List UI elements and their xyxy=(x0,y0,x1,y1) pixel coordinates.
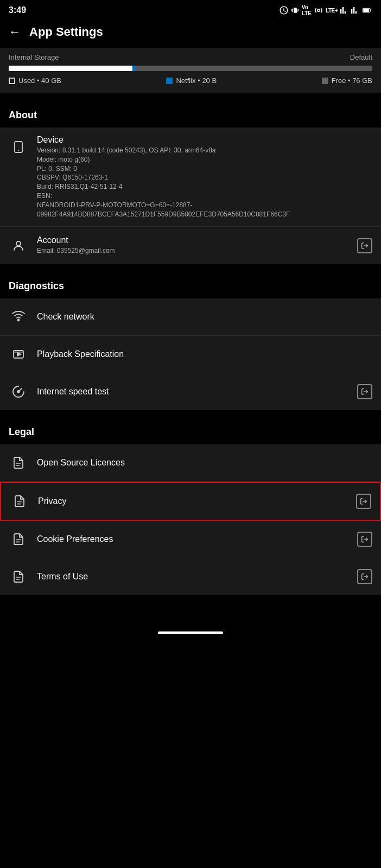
about-section-header: About xyxy=(0,99,381,127)
account-external-link-icon xyxy=(357,238,372,253)
privacy-icon xyxy=(10,492,29,511)
legal-title: Legal xyxy=(9,426,34,437)
playback-spec-content: Playback Specification xyxy=(37,349,372,359)
terms-of-use-title: Terms of Use xyxy=(37,572,348,582)
device-title: Device xyxy=(37,135,372,145)
internet-speed-content: Internet speed test xyxy=(37,387,348,397)
cookie-preferences-content: Cookie Preferences xyxy=(37,534,348,544)
divider-3 xyxy=(0,410,381,416)
storage-used-text: Used • 40 GB xyxy=(18,76,61,85)
back-button[interactable]: ← xyxy=(9,25,21,39)
device-icon xyxy=(9,137,28,157)
svg-point-5 xyxy=(16,241,21,246)
open-source-content: Open Source Licences xyxy=(37,458,372,468)
speed-external-link-icon xyxy=(357,384,372,399)
hotspot-icon xyxy=(314,5,323,15)
svg-marker-9 xyxy=(17,353,21,356)
storage-label: Internal Storage xyxy=(9,53,59,61)
storage-legend: Used • 40 GB Netflix • 20 B Free • 76 GB xyxy=(9,76,372,85)
account-icon xyxy=(9,236,28,256)
about-title: About xyxy=(9,110,37,120)
bottom-indicator xyxy=(0,617,381,639)
phone-icon xyxy=(12,141,25,154)
privacy-content: Privacy xyxy=(38,496,347,506)
cookie-preferences-title: Cookie Preferences xyxy=(37,534,348,544)
divider-1 xyxy=(0,93,381,99)
alarm-icon xyxy=(279,5,289,15)
storage-used-bar xyxy=(9,66,132,71)
signal-bar2-icon xyxy=(351,5,359,15)
bottom-padding xyxy=(0,595,381,617)
terms-of-use-content: Terms of Use xyxy=(37,572,348,582)
storage-netflix-bar xyxy=(132,66,136,71)
playback-spec-title: Playback Specification xyxy=(37,349,372,359)
privacy-title: Privacy xyxy=(38,496,347,506)
page-title: App Settings xyxy=(29,25,103,39)
svg-point-11 xyxy=(17,391,20,393)
device-content: Device Version: 8.31.1 build 14 (code 50… xyxy=(37,135,372,219)
signal-vo-icon: VoLTE xyxy=(302,4,312,16)
cookie-external-link-icon xyxy=(357,532,372,547)
lte-icon: LTE+ xyxy=(326,8,338,14)
storage-used-legend: Used • 40 GB xyxy=(9,76,61,85)
storage-netflix-legend: Netflix • 20 B xyxy=(166,76,217,85)
storage-default: Default xyxy=(350,53,372,61)
svg-point-0 xyxy=(318,9,320,12)
diagnostics-title: Diagnostics xyxy=(9,280,64,291)
speed-icon xyxy=(9,382,28,401)
check-network-content: Check network xyxy=(37,312,372,322)
battery-icon xyxy=(361,5,372,15)
check-network-item[interactable]: Check network xyxy=(0,298,381,336)
device-item[interactable]: Device Version: 8.31.1 build 14 (code 50… xyxy=(0,127,381,227)
person-icon xyxy=(12,239,25,252)
privacy-external-link-icon xyxy=(356,494,371,509)
netflix-dot xyxy=(166,78,173,84)
check-network-title: Check network xyxy=(37,312,372,322)
svg-rect-2 xyxy=(363,9,369,12)
open-source-item[interactable]: Open Source Licences xyxy=(0,444,381,482)
home-indicator xyxy=(158,631,223,634)
divider-2 xyxy=(0,264,381,270)
storage-header: Internal Storage Default xyxy=(9,53,372,61)
vibrate-icon xyxy=(291,5,300,15)
open-source-title: Open Source Licences xyxy=(37,458,372,468)
internet-speed-title: Internet speed test xyxy=(37,387,348,397)
legal-section-header: Legal xyxy=(0,416,381,444)
account-item[interactable]: Account Email: 039525@gmail.com xyxy=(0,227,381,264)
about-list: Device Version: 8.31.1 build 14 (code 50… xyxy=(0,127,381,264)
playback-icon xyxy=(9,344,28,364)
signal-bar1-icon xyxy=(340,5,348,15)
device-subtitle: Version: 8.31.1 build 14 (code 50243), O… xyxy=(37,146,372,219)
account-subtitle: Email: 039525@gmail.com xyxy=(37,246,348,256)
open-source-icon xyxy=(9,453,28,473)
account-title: Account xyxy=(37,235,348,245)
status-icons: VoLTE LTE+ xyxy=(279,4,372,16)
svg-point-7 xyxy=(18,320,20,321)
storage-free-legend: Free • 76 GB xyxy=(322,76,372,85)
app-header: ← App Settings xyxy=(0,18,381,48)
status-bar: 3:49 VoLTE LTE+ xyxy=(0,0,381,18)
diagnostics-section-header: Diagnostics xyxy=(0,270,381,298)
storage-bar xyxy=(9,66,372,71)
cookie-icon xyxy=(9,529,28,549)
network-icon xyxy=(9,307,28,327)
terms-icon xyxy=(9,567,28,586)
account-content: Account Email: 039525@gmail.com xyxy=(37,235,348,256)
storage-section: Internal Storage Default Used • 40 GB Ne… xyxy=(0,48,381,93)
privacy-item[interactable]: Privacy xyxy=(0,482,381,521)
free-dot xyxy=(322,78,328,84)
status-time: 3:49 xyxy=(9,5,26,15)
legal-list: Open Source Licences Privacy xyxy=(0,444,381,595)
terms-external-link-icon xyxy=(357,569,372,584)
storage-free-bar xyxy=(136,66,372,71)
cookie-preferences-item[interactable]: Cookie Preferences xyxy=(0,521,381,558)
storage-netflix-text: Netflix • 20 B xyxy=(176,76,217,85)
diagnostics-list: Check network Playback Specification Int… xyxy=(0,298,381,410)
used-dot xyxy=(9,78,15,84)
internet-speed-item[interactable]: Internet speed test xyxy=(0,373,381,410)
playback-spec-item[interactable]: Playback Specification xyxy=(0,336,381,373)
terms-of-use-item[interactable]: Terms of Use xyxy=(0,558,381,595)
storage-free-text: Free • 76 GB xyxy=(332,76,372,85)
